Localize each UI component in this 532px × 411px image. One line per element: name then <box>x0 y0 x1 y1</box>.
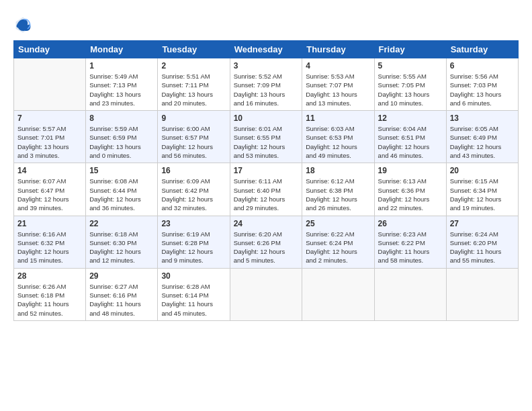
calendar-day-cell: 21Sunrise: 6:16 AM Sunset: 6:32 PM Dayli… <box>14 216 86 268</box>
calendar-day-cell: 12Sunrise: 6:04 AM Sunset: 6:51 PM Dayli… <box>374 111 446 163</box>
calendar-day-cell: 29Sunrise: 6:27 AM Sunset: 6:16 PM Dayli… <box>86 268 158 320</box>
day-info: Sunrise: 5:57 AM Sunset: 7:01 PM Dayligh… <box>17 124 82 160</box>
day-info: Sunrise: 5:52 AM Sunset: 7:09 PM Dayligh… <box>234 72 299 107</box>
day-info: Sunrise: 6:22 AM Sunset: 6:24 PM Dayligh… <box>306 230 370 265</box>
day-info: Sunrise: 6:01 AM Sunset: 6:55 PM Dayligh… <box>234 124 299 160</box>
day-info: Sunrise: 5:59 AM Sunset: 6:59 PM Dayligh… <box>89 124 154 160</box>
calendar-day-cell <box>374 268 446 320</box>
day-number: 17 <box>234 166 299 175</box>
weekday-header: Friday <box>374 41 446 58</box>
day-info: Sunrise: 6:23 AM Sunset: 6:22 PM Dayligh… <box>378 230 443 265</box>
day-number: 28 <box>17 271 82 281</box>
calendar-day-cell <box>230 268 302 320</box>
day-number: 12 <box>378 113 443 123</box>
calendar-day-cell: 30Sunrise: 6:28 AM Sunset: 6:14 PM Dayli… <box>158 268 230 320</box>
calendar-day-cell: 28Sunrise: 6:26 AM Sunset: 6:18 PM Dayli… <box>14 268 86 320</box>
day-info: Sunrise: 6:04 AM Sunset: 6:51 PM Dayligh… <box>378 124 443 160</box>
calendar-day-cell: 11Sunrise: 6:03 AM Sunset: 6:53 PM Dayli… <box>302 111 374 163</box>
day-info: Sunrise: 5:56 AM Sunset: 7:03 PM Dayligh… <box>450 72 515 107</box>
calendar-day-cell: 25Sunrise: 6:22 AM Sunset: 6:24 PM Dayli… <box>302 216 374 268</box>
calendar-day-cell: 1Sunrise: 5:49 AM Sunset: 7:13 PM Daylig… <box>86 58 158 111</box>
weekday-header: Sunday <box>14 41 86 58</box>
day-number: 15 <box>89 166 154 175</box>
day-number: 1 <box>89 61 154 71</box>
calendar-day-cell: 14Sunrise: 6:07 AM Sunset: 6:47 PM Dayli… <box>14 163 86 216</box>
calendar-day-cell: 16Sunrise: 6:09 AM Sunset: 6:42 PM Dayli… <box>158 163 230 216</box>
calendar-day-cell: 3Sunrise: 5:52 AM Sunset: 7:09 PM Daylig… <box>230 58 302 111</box>
calendar: SundayMondayTuesdayWednesdayThursdayFrid… <box>13 40 519 321</box>
day-number: 2 <box>161 61 226 71</box>
day-number: 21 <box>17 219 82 228</box>
logo-icon <box>13 15 32 34</box>
day-number: 22 <box>89 219 154 228</box>
day-number: 10 <box>234 113 299 123</box>
day-number: 23 <box>161 219 226 228</box>
day-info: Sunrise: 6:27 AM Sunset: 6:16 PM Dayligh… <box>89 282 154 318</box>
day-number: 9 <box>161 113 226 123</box>
calendar-day-cell: 23Sunrise: 6:19 AM Sunset: 6:28 PM Dayli… <box>158 216 230 268</box>
logo <box>13 15 35 34</box>
day-number: 13 <box>450 113 515 123</box>
day-number: 24 <box>234 219 299 228</box>
weekday-header: Thursday <box>302 41 374 58</box>
calendar-day-cell <box>302 268 374 320</box>
calendar-day-cell: 26Sunrise: 6:23 AM Sunset: 6:22 PM Dayli… <box>374 216 446 268</box>
calendar-day-cell: 5Sunrise: 5:55 AM Sunset: 7:05 PM Daylig… <box>374 58 446 111</box>
day-info: Sunrise: 6:18 AM Sunset: 6:30 PM Dayligh… <box>89 230 154 265</box>
calendar-week-row: 14Sunrise: 6:07 AM Sunset: 6:47 PM Dayli… <box>14 163 519 216</box>
day-info: Sunrise: 6:11 AM Sunset: 6:40 PM Dayligh… <box>234 177 299 212</box>
day-number: 19 <box>378 166 443 175</box>
calendar-header-row: SundayMondayTuesdayWednesdayThursdayFrid… <box>14 41 519 58</box>
day-number: 29 <box>89 271 154 281</box>
day-info: Sunrise: 6:05 AM Sunset: 6:49 PM Dayligh… <box>450 124 515 160</box>
day-info: Sunrise: 5:53 AM Sunset: 7:07 PM Dayligh… <box>306 72 370 107</box>
day-number: 26 <box>378 219 443 228</box>
day-number: 25 <box>306 219 370 228</box>
day-number: 7 <box>17 113 82 123</box>
calendar-day-cell: 27Sunrise: 6:24 AM Sunset: 6:20 PM Dayli… <box>446 216 518 268</box>
calendar-day-cell: 22Sunrise: 6:18 AM Sunset: 6:30 PM Dayli… <box>86 216 158 268</box>
day-number: 5 <box>378 61 443 71</box>
day-info: Sunrise: 6:07 AM Sunset: 6:47 PM Dayligh… <box>17 177 82 212</box>
day-number: 6 <box>450 61 515 71</box>
day-number: 20 <box>450 166 515 175</box>
day-number: 30 <box>161 271 226 281</box>
calendar-week-row: 1Sunrise: 5:49 AM Sunset: 7:13 PM Daylig… <box>14 58 519 111</box>
day-info: Sunrise: 6:24 AM Sunset: 6:20 PM Dayligh… <box>450 230 515 265</box>
day-number: 3 <box>234 61 299 71</box>
calendar-day-cell <box>446 268 518 320</box>
day-number: 8 <box>89 113 154 123</box>
day-number: 16 <box>161 166 226 175</box>
day-info: Sunrise: 6:13 AM Sunset: 6:36 PM Dayligh… <box>378 177 443 212</box>
calendar-day-cell: 8Sunrise: 5:59 AM Sunset: 6:59 PM Daylig… <box>86 111 158 163</box>
calendar-day-cell: 17Sunrise: 6:11 AM Sunset: 6:40 PM Dayli… <box>230 163 302 216</box>
day-info: Sunrise: 6:03 AM Sunset: 6:53 PM Dayligh… <box>306 124 370 160</box>
day-info: Sunrise: 5:51 AM Sunset: 7:11 PM Dayligh… <box>161 72 226 107</box>
weekday-header: Monday <box>86 41 158 58</box>
weekday-header: Wednesday <box>230 41 302 58</box>
calendar-week-row: 21Sunrise: 6:16 AM Sunset: 6:32 PM Dayli… <box>14 216 519 268</box>
day-number: 18 <box>306 166 370 175</box>
calendar-day-cell: 4Sunrise: 5:53 AM Sunset: 7:07 PM Daylig… <box>302 58 374 111</box>
calendar-day-cell: 18Sunrise: 6:12 AM Sunset: 6:38 PM Dayli… <box>302 163 374 216</box>
calendar-day-cell: 7Sunrise: 5:57 AM Sunset: 7:01 PM Daylig… <box>14 111 86 163</box>
calendar-day-cell: 10Sunrise: 6:01 AM Sunset: 6:55 PM Dayli… <box>230 111 302 163</box>
weekday-header: Saturday <box>446 41 518 58</box>
calendar-day-cell: 2Sunrise: 5:51 AM Sunset: 7:11 PM Daylig… <box>158 58 230 111</box>
calendar-week-row: 7Sunrise: 5:57 AM Sunset: 7:01 PM Daylig… <box>14 111 519 163</box>
day-info: Sunrise: 6:15 AM Sunset: 6:34 PM Dayligh… <box>450 177 515 212</box>
day-number: 27 <box>450 219 515 228</box>
calendar-day-cell <box>14 58 86 111</box>
calendar-week-row: 28Sunrise: 6:26 AM Sunset: 6:18 PM Dayli… <box>14 268 519 320</box>
day-info: Sunrise: 6:08 AM Sunset: 6:44 PM Dayligh… <box>89 177 154 212</box>
day-info: Sunrise: 6:20 AM Sunset: 6:26 PM Dayligh… <box>234 230 299 265</box>
calendar-day-cell: 20Sunrise: 6:15 AM Sunset: 6:34 PM Dayli… <box>446 163 518 216</box>
calendar-day-cell: 9Sunrise: 6:00 AM Sunset: 6:57 PM Daylig… <box>158 111 230 163</box>
day-number: 14 <box>17 166 82 175</box>
day-info: Sunrise: 6:09 AM Sunset: 6:42 PM Dayligh… <box>161 177 226 212</box>
calendar-day-cell: 6Sunrise: 5:56 AM Sunset: 7:03 PM Daylig… <box>446 58 518 111</box>
calendar-day-cell: 24Sunrise: 6:20 AM Sunset: 6:26 PM Dayli… <box>230 216 302 268</box>
page-header <box>13 12 519 34</box>
day-info: Sunrise: 5:55 AM Sunset: 7:05 PM Dayligh… <box>378 72 443 107</box>
calendar-day-cell: 15Sunrise: 6:08 AM Sunset: 6:44 PM Dayli… <box>86 163 158 216</box>
